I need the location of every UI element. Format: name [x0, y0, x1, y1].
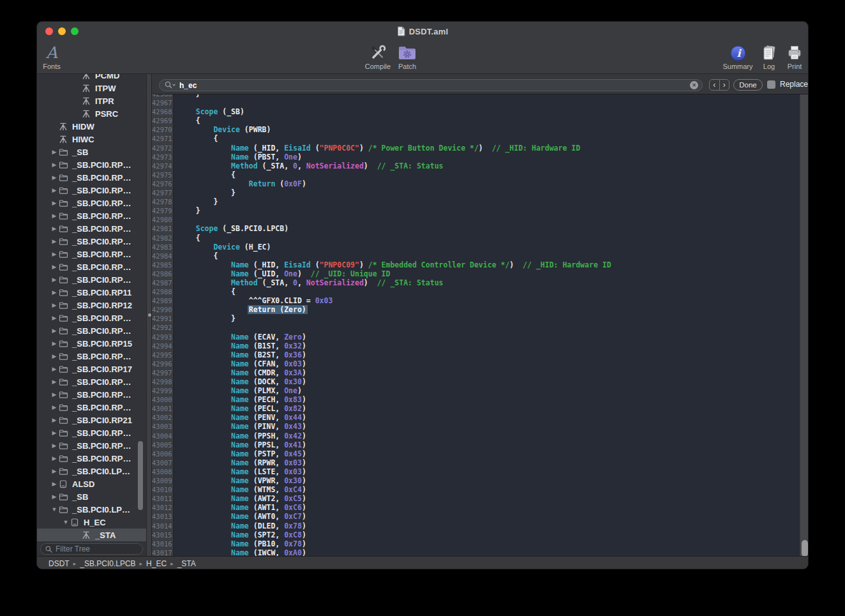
line-number: 42989: [152, 296, 174, 305]
tree-item-alsd[interactable]: ▶ALSD: [37, 477, 146, 490]
disclosure-collapsed-icon[interactable]: ▶: [50, 213, 59, 219]
tree-item-sb-pci0-rp[interactable]: ▶_SB.PCI0.RP…: [37, 235, 146, 248]
tree-item-sb-pci0-rp[interactable]: ▶_SB.PCI0.RP…: [37, 273, 146, 286]
breadcrumb-item[interactable]: H_EC: [146, 559, 167, 568]
code-editor[interactable]: 42966 }4296742968 Scope (_SB)42969 {4297…: [152, 94, 800, 556]
disclosure-collapsed-icon[interactable]: ▶: [50, 455, 59, 462]
disclosure-collapsed-icon[interactable]: ▶: [50, 379, 59, 385]
done-button[interactable]: Done: [733, 79, 763, 91]
tree-item-sb-pci0-rp[interactable]: ▶_SB.PCI0.RP…: [37, 388, 146, 401]
tree-item-sb-pci0-lp[interactable]: ▼_SB.PCI0.LP…: [37, 503, 146, 516]
disclosure-collapsed-icon[interactable]: ▶: [50, 315, 59, 321]
disclosure-collapsed-icon[interactable]: ▶: [50, 481, 59, 487]
disclosure-collapsed-icon[interactable]: ▶: [50, 200, 59, 206]
tree-item-sb[interactable]: ▶_SB: [37, 146, 146, 158]
tree-item-itpw[interactable]: ITPW: [37, 82, 146, 94]
editor-scrollbar-track[interactable]: [800, 94, 809, 556]
breadcrumb-item[interactable]: _STA: [177, 559, 196, 568]
patch-label: Patch: [398, 63, 416, 70]
patch-button[interactable]: Patch: [384, 42, 430, 73]
disclosure-collapsed-icon[interactable]: ▶: [50, 251, 59, 257]
disclosure-collapsed-icon[interactable]: ▶: [50, 468, 59, 474]
disclosure-collapsed-icon[interactable]: ▶: [50, 149, 59, 155]
disclosure-collapsed-icon[interactable]: ▶: [50, 366, 59, 372]
tree-item-hidw[interactable]: HIDW: [37, 120, 146, 133]
tree-item-label: _STA: [95, 530, 116, 540]
tree-item-sb-pci0-rp[interactable]: ▶_SB.PCI0.RP…: [37, 184, 146, 197]
disclosure-collapsed-icon[interactable]: ▶: [50, 289, 59, 296]
disclosure-collapsed-icon[interactable]: ▶: [50, 174, 59, 181]
find-next-button[interactable]: ›: [720, 80, 729, 90]
tree-item-sta[interactable]: _STA: [37, 529, 146, 541]
disclosure-collapsed-icon[interactable]: ▶: [50, 353, 59, 359]
line-number: 43014: [152, 522, 174, 530]
symbol-tree[interactable]: PCMDITPWITPRPSRCHIDWHIWC▶_SB▶_SB.PCI0.RP…: [37, 74, 146, 542]
code-line: 42973 Name (PBST, One): [152, 153, 800, 162]
disclosure-collapsed-icon[interactable]: ▶: [50, 417, 59, 423]
tree-item-sb-pci0-rp[interactable]: ▶_SB.PCI0.RP…: [37, 439, 146, 452]
tree-item-sb-pci0-rp[interactable]: ▶_SB.PCI0.RP…: [37, 248, 146, 260]
disclosure-collapsed-icon[interactable]: ▶: [50, 493, 59, 500]
print-icon: [786, 42, 803, 61]
tree-item-h-ec[interactable]: ▼H_EC: [37, 516, 146, 529]
tree-item-hiwc[interactable]: HIWC: [37, 133, 146, 146]
tree-item-sb-pci0-rp[interactable]: ▶_SB.PCI0.RP…: [37, 209, 146, 222]
tree-item-sb-pci0-rp[interactable]: ▶_SB.PCI0.RP…: [37, 158, 146, 171]
disclosure-collapsed-icon[interactable]: ▶: [50, 162, 59, 168]
tree-item-sb-pci0-rp[interactable]: ▶_SB.PCI0.RP…: [37, 375, 146, 388]
tree-item-label: HIDW: [72, 122, 94, 131]
find-previous-button[interactable]: ‹: [710, 80, 720, 90]
tree-item-sb-pci0-rp[interactable]: ▶_SB.PCI0.RP…: [37, 171, 146, 184]
tree-item-sb-pci0-rp[interactable]: ▶_SB.PCI0.RP…: [37, 260, 146, 273]
search-field[interactable]: ✕: [159, 79, 703, 91]
search-input[interactable]: [179, 81, 690, 90]
disclosure-collapsed-icon[interactable]: ▶: [50, 391, 59, 398]
tree-item-itpr[interactable]: ITPR: [37, 94, 146, 107]
disclosure-collapsed-icon[interactable]: ▶: [50, 187, 59, 193]
clear-search-icon[interactable]: ✕: [690, 81, 698, 89]
disclosure-expanded-icon[interactable]: ▼: [61, 519, 70, 525]
pane-splitter[interactable]: [146, 74, 152, 556]
tree-item-sb-pci0-rp21[interactable]: ▶_SB.PCI0.RP21: [37, 414, 146, 426]
disclosure-collapsed-icon[interactable]: ▶: [50, 238, 59, 244]
tree-item-sb-pci0-rp12[interactable]: ▶_SB.PCI0.RP12: [37, 299, 146, 312]
disclosure-collapsed-icon[interactable]: ▶: [50, 225, 59, 232]
code-text: Name (LSTE, 0x03): [174, 467, 306, 476]
replace-checkbox[interactable]: [767, 80, 775, 89]
disclosure-collapsed-icon[interactable]: ▶: [50, 327, 59, 334]
fonts-button[interactable]: A Fonts: [36, 42, 75, 73]
method-icon: [82, 109, 92, 119]
sidebar-scrollbar-thumb[interactable]: [138, 441, 143, 510]
tree-item-sb-pci0-rp15[interactable]: ▶_SB.PCI0.RP15: [37, 337, 146, 350]
breadcrumb-item[interactable]: DSDT: [49, 559, 70, 568]
print-button[interactable]: Print: [772, 42, 809, 73]
tree-item-sb-pci0-rp[interactable]: ▶_SB.PCI0.RP…: [37, 401, 146, 414]
editor-scrollbar-thumb[interactable]: [802, 540, 808, 557]
disclosure-collapsed-icon[interactable]: ▶: [50, 404, 59, 410]
tree-item-pcmd[interactable]: PCMD: [37, 74, 146, 82]
tree-item-sb[interactable]: ▶_SB: [37, 490, 146, 503]
tree-item-sb-pci0-rp17[interactable]: ▶_SB.PCI0.RP17: [37, 363, 146, 375]
disclosure-collapsed-icon[interactable]: ▶: [50, 302, 59, 308]
tree-item-sb-pci0-rp[interactable]: ▶_SB.PCI0.RP…: [37, 324, 146, 337]
breadcrumb-item[interactable]: _SB.PCI0.LPCB: [80, 559, 135, 568]
filter-tree-input[interactable]: [56, 545, 138, 553]
disclosure-collapsed-icon[interactable]: ▶: [50, 276, 59, 283]
disclosure-collapsed-icon[interactable]: ▶: [50, 430, 59, 436]
tree-item-sb-pci0-rp[interactable]: ▶_SB.PCI0.RP…: [37, 426, 146, 439]
tree-item-sb-pci0-rp11[interactable]: ▶_SB.PCI0.RP11: [37, 286, 146, 299]
tree-item-sb-pci0-lp[interactable]: ▶_SB.PCI0.LP…: [37, 465, 146, 477]
tree-item-psrc[interactable]: PSRC: [37, 107, 146, 120]
disclosure-collapsed-icon[interactable]: ▶: [50, 264, 59, 270]
filter-tree-field[interactable]: [40, 543, 143, 555]
tree-item-sb-pci0-rp[interactable]: ▶_SB.PCI0.RP…: [37, 197, 146, 209]
folder-icon: [59, 416, 69, 425]
tree-item-sb-pci0-rp[interactable]: ▶_SB.PCI0.RP…: [37, 350, 146, 363]
disclosure-collapsed-icon[interactable]: ▶: [50, 340, 59, 347]
tree-item-sb-pci0-rp[interactable]: ▶_SB.PCI0.RP…: [37, 452, 146, 465]
code-text: {: [174, 234, 200, 243]
tree-item-sb-pci0-rp[interactable]: ▶_SB.PCI0.RP…: [37, 312, 146, 324]
disclosure-collapsed-icon[interactable]: ▶: [50, 442, 59, 449]
tree-item-sb-pci0-rp[interactable]: ▶_SB.PCI0.RP…: [37, 222, 146, 235]
disclosure-expanded-icon[interactable]: ▼: [50, 506, 59, 513]
